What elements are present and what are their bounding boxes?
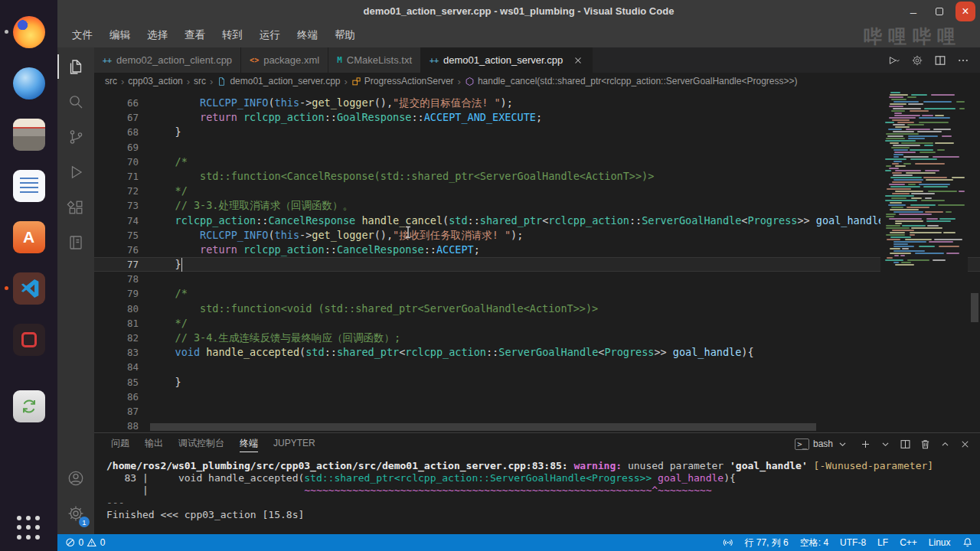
dock-item-vscode[interactable] — [12, 272, 46, 305]
broadcast-icon[interactable] — [723, 537, 733, 548]
code-line-73[interactable]: 73 // 3-3.处理取消请求（回调函数）。 — [94, 198, 980, 213]
code-line-74[interactable]: 74 rclcpp_action::CancelResponse handle_… — [94, 214, 980, 228]
terminal-output[interactable]: /home/ros2/ws01_plumbing/src/cpp03_actio… — [94, 455, 980, 534]
code-line-84[interactable]: 84 — [94, 360, 980, 374]
settings-icon[interactable]: 1 — [57, 496, 94, 531]
menubar-item-7[interactable]: 帮助 — [326, 26, 364, 44]
maximize-panel-icon[interactable] — [939, 439, 951, 450]
debug-activity-icon[interactable] — [57, 155, 94, 190]
scm-activity-icon[interactable] — [57, 119, 94, 155]
status-indentation[interactable]: 空格: 4 — [800, 536, 828, 549]
code-line-68[interactable]: 68 } — [94, 125, 980, 139]
dock-item-files[interactable] — [12, 118, 46, 152]
problems-status[interactable]: 0 0 — [65, 537, 105, 548]
dock-item-recorder[interactable] — [12, 323, 46, 357]
code-line-85[interactable]: 85 } — [94, 375, 980, 390]
settings-gear-icon[interactable] — [911, 54, 923, 67]
tab-label: CMakeLists.txt — [347, 54, 412, 66]
vertical-scrollbar-thumb[interactable] — [971, 293, 978, 322]
dock-item-writer[interactable] — [12, 169, 46, 203]
status-encoding[interactable]: UTF-8 — [840, 537, 866, 548]
dock-item-software[interactable]: A — [12, 220, 46, 254]
terminal-line-3: --- — [106, 497, 980, 509]
code-line-78[interactable]: 78 — [94, 272, 980, 286]
editor-actions — [888, 47, 980, 73]
code-line-70[interactable]: 70 /* — [94, 155, 980, 169]
breadcrumb-label: src — [194, 76, 206, 86]
kill-terminal-icon[interactable] — [920, 439, 931, 450]
menubar-item-6[interactable]: 终端 — [289, 26, 326, 44]
minimize-button[interactable]: – — [903, 2, 923, 21]
status-eol[interactable]: LF — [877, 537, 888, 548]
tab-demo02-action-client-cpp[interactable]: ++demo02_action_client.cpp — [94, 47, 241, 73]
status-language-mode[interactable]: C++ — [900, 537, 917, 548]
status-cursor-position[interactable]: 行 77, 列 6 — [744, 536, 788, 549]
code-line-86[interactable]: 86 — [94, 390, 980, 404]
panel-tab-2[interactable]: 调试控制台 — [171, 433, 232, 455]
code-line-71[interactable]: 71 std::function<CancelResponse(std::sha… — [94, 169, 980, 184]
explorer-activity-icon[interactable] — [57, 49, 94, 84]
account-icon[interactable] — [57, 461, 94, 496]
split-editor-icon[interactable] — [934, 54, 946, 67]
code-line-69[interactable]: 69 — [94, 140, 980, 155]
horizontal-scrollbar[interactable] — [150, 423, 816, 431]
menubar-item-2[interactable]: 选择 — [139, 26, 176, 44]
dock-item-firefox[interactable] — [12, 15, 46, 49]
recorder-shape — [21, 332, 37, 347]
reference-activity-icon[interactable] — [57, 225, 94, 260]
breadcrumb-item-1[interactable]: cpp03_action — [128, 76, 182, 86]
running-indicator — [5, 30, 8, 34]
code-line-72[interactable]: 72 */ — [94, 184, 980, 198]
horizontal-scrollbar-thumb[interactable] — [150, 423, 816, 431]
code-line-67[interactable]: 67 return rclcpp_action::GoalResponse::A… — [94, 110, 980, 125]
code-editor[interactable]: 66 RCLCPP_INFO(this->get_logger(),"提交的目标… — [94, 90, 980, 432]
panel-tab-1[interactable]: 输出 — [137, 433, 171, 455]
maximize-button[interactable] — [929, 2, 949, 21]
code-line-76[interactable]: 76 return rclcpp_action::CancelResponse:… — [94, 243, 980, 257]
code-line-80[interactable]: 80 std::function<void (std::shared_ptr<S… — [94, 302, 980, 316]
breadcrumb-item-2[interactable]: src — [194, 76, 206, 86]
close-icon[interactable] — [573, 55, 583, 66]
code-line-82[interactable]: 82 // 3-4.生成连续反馈与最终响应（回调函数）; — [94, 331, 980, 345]
cmake-file-icon: M — [337, 55, 342, 65]
split-terminal-icon[interactable] — [900, 439, 911, 450]
panel-tab-0[interactable]: 问题 — [103, 433, 137, 455]
menubar-item-4[interactable]: 转到 — [214, 26, 251, 44]
bell-icon[interactable] — [962, 537, 973, 548]
dock-item-updater[interactable] — [12, 390, 46, 423]
panel-tab-3[interactable]: 终端 — [232, 433, 266, 455]
shell-selector[interactable]: >_bash — [795, 439, 848, 450]
code-line-83[interactable]: 83 void handle_accepted(std::shared_ptr<… — [94, 345, 980, 360]
tab-package-xml[interactable]: <>package.xml — [241, 47, 328, 73]
code-line-77[interactable]: 77 } — [94, 257, 980, 272]
search-activity-icon[interactable] — [57, 84, 94, 119]
breadcrumb-item-0[interactable]: src — [105, 76, 117, 86]
terminal-dropdown-icon[interactable] — [880, 439, 891, 450]
status-bar: 0 0 行 77, 列 6空格: 4UTF-8LFC++Linux — [57, 534, 980, 551]
status-os[interactable]: Linux — [929, 537, 951, 548]
close-panel-icon[interactable] — [959, 439, 971, 450]
code-line-79[interactable]: 79 /* — [94, 286, 980, 301]
code-line-66[interactable]: 66 RCLCPP_INFO(this->get_logger(),"提交的目标… — [94, 96, 980, 110]
code-line-81[interactable]: 81 */ — [94, 316, 980, 331]
breadcrumb-item-5[interactable]: handle_cancel(std::shared_ptr<rclcpp_act… — [465, 76, 798, 86]
more-actions-icon[interactable] — [957, 54, 969, 67]
tab-demo01-action-server-cpp[interactable]: ++demo01_action_server.cpp — [421, 47, 593, 73]
extensions-activity-icon[interactable] — [57, 190, 94, 225]
menubar-item-1[interactable]: 编辑 — [101, 26, 139, 44]
dock-item-thunderbird[interactable] — [12, 67, 46, 100]
close-button[interactable]: × — [956, 2, 975, 21]
code-line-75[interactable]: 75 RCLCPP_INFO(this->get_logger(),"接收到任务… — [94, 228, 980, 243]
breadcrumb-item-4[interactable]: ProgressActionServer — [351, 76, 454, 86]
show-applications-button[interactable] — [17, 516, 41, 540]
panel-tab-4[interactable]: JUPYTER — [266, 433, 323, 455]
minimap[interactable] — [880, 90, 968, 423]
new-terminal-button[interactable] — [860, 439, 871, 450]
breadcrumb-item-3[interactable]: demo01_action_server.cpp — [217, 76, 340, 86]
run-button[interactable] — [888, 54, 900, 67]
menubar-item-0[interactable]: 文件 — [64, 26, 101, 44]
menubar-item-5[interactable]: 运行 — [251, 26, 289, 44]
tab-cmakelists-txt[interactable]: MCMakeLists.txt — [328, 47, 421, 73]
code-line-87[interactable]: 87 — [94, 404, 980, 419]
menubar-item-3[interactable]: 查看 — [176, 26, 214, 44]
